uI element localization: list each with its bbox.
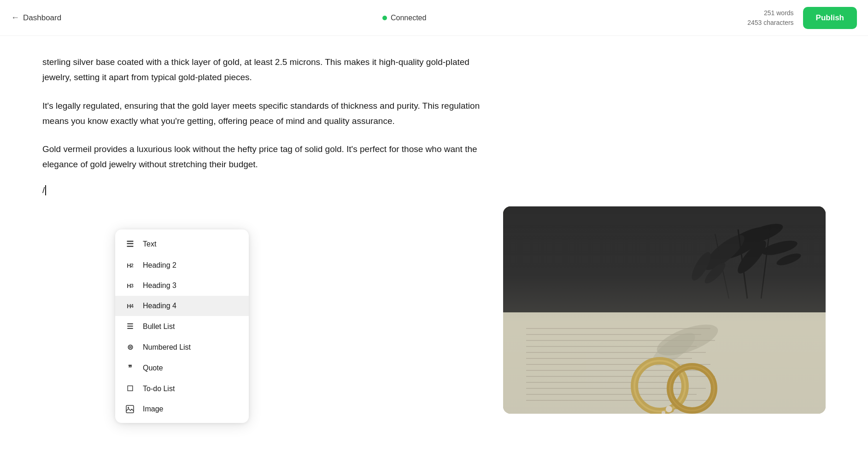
svg-rect-0 [126,405,134,413]
slash-menu-item-bullet-list[interactable]: ☰ Bullet List [115,316,249,337]
bullet-list-icon: ☰ [124,322,135,331]
connected-label: Connected [391,14,426,22]
heading2-label: Heading 2 [143,261,176,270]
slash-menu-item-image[interactable]: Image [115,399,249,419]
heading2-icon: H2 [124,262,135,269]
jewelry-scene [503,206,826,414]
quote-icon: ❞ [124,363,135,372]
paragraph-1[interactable]: sterling silver base coated with a thick… [42,54,485,85]
heading3-icon: H3 [124,282,135,289]
editor-area: sterling silver base coated with a thick… [42,54,485,414]
slash-menu-item-numbered-list[interactable]: ⊜ Numbered List [115,337,249,358]
header: ← Dashboard Connected 251 words 2453 cha… [0,0,868,36]
numbered-list-icon: ⊜ [124,343,135,352]
dashboard-label: Dashboard [23,13,61,23]
bullet-list-label: Bullet List [143,322,175,331]
numbered-list-label: Numbered List [143,343,191,352]
paragraph-2[interactable]: It's legally regulated, ensuring that th… [42,98,485,129]
back-arrow-icon: ← [11,13,19,23]
dashboard-back-button[interactable]: ← Dashboard [11,13,61,23]
slash-menu-item-todo[interactable]: ☐ To-do List [115,378,249,399]
word-count-line1: 251 words [747,8,793,18]
todo-icon: ☐ [124,384,135,393]
jewelry-image-block [503,54,826,414]
slash-menu-item-heading2[interactable]: H2 Heading 2 [115,255,249,276]
todo-label: To-do List [143,385,175,393]
heading4-icon: H4 [124,303,135,310]
heading4-label: Heading 4 [143,302,176,310]
header-right: 251 words 2453 characters Publish [747,7,857,29]
svg-rect-37 [503,206,826,414]
quote-label: Quote [143,364,163,372]
slash-menu-item-heading3[interactable]: H3 Heading 3 [115,276,249,296]
cursor-blink [45,185,46,195]
connection-status: Connected [382,14,426,22]
editor-cursor-line[interactable]: / [42,185,485,195]
connected-dot-icon [382,16,387,20]
slash-menu-item-quote[interactable]: ❞ Quote [115,358,249,378]
slash-menu-item-heading4[interactable]: H4 Heading 4 [115,296,249,316]
slash-char: / [42,185,45,195]
main-content: sterling silver base coated with a thick… [0,36,868,432]
word-count: 251 words 2453 characters [747,8,793,28]
svg-point-1 [128,407,129,408]
publish-button[interactable]: Publish [803,7,857,29]
heading3-label: Heading 3 [143,281,176,290]
image-icon [124,405,135,413]
char-count-line2: 2453 characters [747,18,793,28]
paragraph-3[interactable]: Gold vermeil provides a luxurious look w… [42,141,485,172]
text-label: Text [143,240,156,248]
jewelry-image [503,206,826,414]
slash-menu-item-text[interactable]: ☰ Text [115,233,249,255]
slash-menu-dropdown: ☰ Text H2 Heading 2 H3 Heading 3 H4 Head… [115,229,249,423]
text-icon: ☰ [124,239,135,249]
image-label: Image [143,405,163,413]
